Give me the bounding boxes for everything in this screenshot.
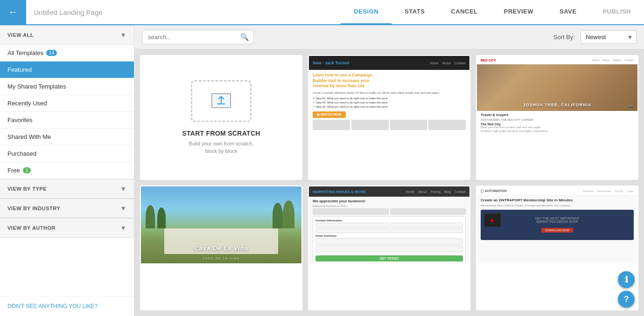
sidebar-section-view-by-industry[interactable]: VIEW BY INDUSTRY ▼ <box>0 199 134 218</box>
template-card-casa[interactable]: Casa De La Vina CASA DE LA VINA <box>140 185 302 310</box>
tab-save[interactable]: SAVE <box>546 0 589 25</box>
sidebar-item-my-shared-templates-label: My Shared Templates <box>7 83 66 90</box>
sort-label: Sort By: <box>553 34 575 41</box>
search-icon: 🔍 <box>240 33 249 41</box>
sidebar-item-all-templates[interactable]: All Templates 14 <box>0 45 134 62</box>
sidebar-item-all-templates-label: All Templates <box>7 49 43 56</box>
sidebar-item-shared-with-me-label: Shared With Me <box>7 133 51 140</box>
help-button[interactable]: ? <box>618 291 635 308</box>
template-grid: START FROM SCRATCH Build your own from s… <box>134 49 644 316</box>
template-preview-campaign: New · Jack Turned HomeAboutContact Learn… <box>309 56 469 133</box>
tab-cancel[interactable]: CANCEL <box>438 0 490 25</box>
sidebar-item-favorites-label: Favorites <box>7 117 32 124</box>
back-arrow-icon: ← <box>8 6 18 18</box>
sidebar-item-free[interactable]: Free 1 <box>0 162 134 179</box>
search-sort-bar: 🔍 Sort By: Newest Oldest A-Z Z-A ▼ <box>134 25 644 49</box>
sidebar-item-free-label: Free <box>7 167 20 174</box>
main-content: VIEW ALL ▼ All Templates 14 Featured My … <box>0 25 644 316</box>
scratch-title: START FROM SCRATCH <box>182 130 260 137</box>
template-preview-red-city: RED CITY HomeAboutGalleryContact 📷 JOSHU… <box>477 56 637 133</box>
search-wrap: 🔍 <box>142 30 254 44</box>
chevron-right-icon-author: ▼ <box>120 224 126 232</box>
scratch-icon <box>191 80 252 122</box>
sidebar-section-view-by-industry-label: VIEW BY INDUSTRY <box>7 206 60 211</box>
info-button[interactable]: ℹ <box>618 271 635 288</box>
nav-tabs: DESIGN STATS CANCEL PREVIEW SAVE PUBLISH <box>341 0 644 25</box>
tab-stats[interactable]: STATS <box>392 0 438 25</box>
template-card-marketing[interactable]: MARKETING MAKES & MORE HomeAboutPricingB… <box>308 185 470 310</box>
template-preview-casa: Casa De La Vina CASA DE LA VINA <box>141 186 301 263</box>
search-input[interactable] <box>142 30 254 44</box>
sidebar-item-recently-used-label: Recently Used <box>7 100 47 107</box>
free-badge: 1 <box>23 167 31 173</box>
back-button[interactable]: ← <box>0 0 26 25</box>
tab-publish[interactable]: PUBLISH <box>589 0 644 25</box>
tab-design[interactable]: DESIGN <box>341 0 392 25</box>
template-card-campaign[interactable]: New · Jack Turned HomeAboutContact Learn… <box>308 55 470 180</box>
sidebar-item-my-shared-templates[interactable]: My Shared Templates <box>0 78 134 95</box>
scratch-card-content: START FROM SCRATCH Build your own from s… <box>141 56 301 179</box>
tab-preview[interactable]: PREVIEW <box>491 0 546 25</box>
dont-see-link[interactable]: DON'T SEE ANYTHING YOU LIKE? <box>0 296 134 316</box>
chevron-right-icon-type: ▼ <box>120 185 126 192</box>
sort-wrap: Newest Oldest A-Z Z-A ▼ <box>581 30 637 44</box>
template-card-red-city[interactable]: RED CITY HomeAboutGalleryContact 📷 JOSHU… <box>476 55 638 180</box>
sidebar-item-recently-used[interactable]: Recently Used <box>0 95 134 112</box>
template-card-scratch[interactable]: START FROM SCRATCH Build your own from s… <box>140 55 302 180</box>
sidebar-item-purchased-label: Purchased <box>7 150 36 157</box>
sort-select[interactable]: Newest Oldest A-Z Z-A <box>581 30 637 44</box>
template-preview-marketing: MARKETING MAKES & MORE HomeAboutPricingB… <box>309 186 469 263</box>
sidebar-section-view-all[interactable]: VIEW ALL ▼ <box>0 25 134 45</box>
content-area: 🔍 Sort By: Newest Oldest A-Z Z-A ▼ <box>134 25 644 316</box>
chevron-down-icon: ▼ <box>120 31 126 39</box>
page-title: Untitled Landing Page <box>26 8 341 16</box>
sidebar-section-view-by-author[interactable]: VIEW BY AUTHOR ▼ <box>0 218 134 238</box>
sidebar: VIEW ALL ▼ All Templates 14 Featured My … <box>0 25 134 316</box>
sidebar-item-favorites[interactable]: Favorites <box>0 112 134 129</box>
sidebar-section-view-by-type[interactable]: VIEW BY TYPE ▼ <box>0 179 134 199</box>
sidebar-item-purchased[interactable]: Purchased <box>0 145 134 162</box>
all-templates-badge: 14 <box>46 50 57 56</box>
sidebar-section-view-by-type-label: VIEW BY TYPE <box>7 186 47 192</box>
sidebar-section-view-all-label: VIEW ALL <box>7 32 34 38</box>
template-preview-automation: ▢ AUTOMATION FeaturesResourcesPricingLog… <box>477 186 637 263</box>
topbar: ← Untitled Landing Page DESIGN STATS CAN… <box>0 0 644 25</box>
sidebar-item-featured-label: Featured <box>7 66 32 73</box>
sidebar-item-shared-with-me[interactable]: Shared With Me <box>0 129 134 145</box>
sidebar-item-featured[interactable]: Featured <box>0 62 134 78</box>
template-card-automation[interactable]: ▢ AUTOMATION FeaturesResourcesPricingLog… <box>476 185 638 310</box>
help-icon: ? <box>624 295 629 304</box>
scratch-subtitle: Build your own from scratch,block by blo… <box>189 140 254 155</box>
chevron-right-icon-industry: ▼ <box>120 205 126 212</box>
sidebar-section-view-by-author-label: VIEW BY AUTHOR <box>7 225 56 231</box>
info-icon: ℹ <box>625 275 628 285</box>
